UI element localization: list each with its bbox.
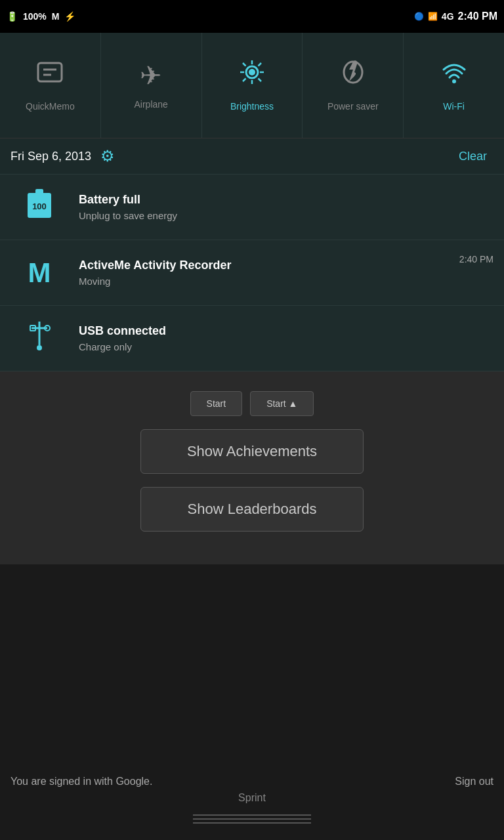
sign-out-button[interactable]: Sign out [455, 776, 494, 788]
usb-status-icon: ⚡ [64, 11, 75, 22]
mini-buttons-row: Start Start ▲ [190, 391, 314, 416]
usb-notif-content: USB connected Charge only [79, 324, 504, 352]
quick-tile-brightness[interactable]: Brightness [202, 33, 303, 138]
airplane-label: Airplane [135, 98, 168, 110]
brightness-icon [238, 58, 266, 93]
usb-notif-title: USB connected [79, 324, 504, 338]
battery-percentage-icon: 🔋 [7, 11, 18, 22]
quickmemo-label: QuickMemo [26, 100, 75, 112]
status-left: 🔋 100% M ⚡ [7, 11, 75, 22]
quick-tile-airplane[interactable]: ✈ Airplane [101, 33, 202, 138]
date-text: Fri Sep 6, 2013 [10, 150, 91, 163]
powersaver-label: Power saver [327, 100, 379, 112]
notification-battery: 100 Battery full Unplug to save energy [0, 175, 504, 240]
activeme-notif-icon-wrap: M [0, 257, 79, 289]
signal-bars-icon: 📶 [428, 12, 438, 21]
airplane-icon: ✈ [140, 60, 162, 91]
wifi-label: Wi-Fi [443, 100, 465, 112]
quickmemo-icon [35, 58, 64, 93]
battery-notif-subtitle: Unplug to save energy [79, 210, 504, 221]
start-arrow-button[interactable]: Start ▲ [250, 391, 314, 416]
activeme-notif-time: 2:40 PM [459, 251, 494, 264]
quick-tile-wifi[interactable]: Wi-Fi [404, 33, 504, 138]
footer: You are signed in with Google. Sign out [0, 776, 504, 788]
svg-rect-16 [35, 189, 43, 194]
carrier-name: Sprint [0, 792, 504, 804]
usb-icon [25, 319, 54, 358]
activeme-notif-subtitle: Moving [79, 276, 459, 287]
svg-line-11 [258, 63, 261, 66]
quick-settings-panel: QuickMemo ✈ Airplane Brightness [0, 33, 504, 138]
battery-notif-content: Battery full Unplug to save energy [79, 193, 504, 221]
battery-notif-icon-wrap: 100 [0, 188, 79, 226]
clear-button[interactable]: Clear [452, 147, 494, 166]
battery-notif-title: Battery full [79, 193, 504, 207]
content-area: Start Start ▲ Show Achievements Show Lea… [0, 371, 504, 564]
svg-point-4 [249, 69, 255, 75]
powersaver-icon [339, 58, 368, 93]
wifi-icon [440, 58, 469, 93]
svg-text:100: 100 [32, 201, 47, 211]
svg-line-12 [243, 79, 246, 82]
quick-tile-quickmemo[interactable]: QuickMemo [0, 33, 101, 138]
bluetooth-icon: 🔵 [414, 12, 424, 21]
signed-in-text: You are signed in with Google. [10, 776, 152, 788]
brightness-label: Brightness [230, 100, 274, 112]
usb-notif-subtitle: Charge only [79, 341, 504, 352]
notification-activeme: M ActiveMe Activity Recorder Moving 2:40… [0, 240, 504, 306]
activeme-icon: M [28, 257, 51, 289]
carrier-badge: M [52, 11, 60, 22]
activeme-notif-content: ActiveMe Activity Recorder Moving [79, 259, 459, 287]
battery-level-text: 100% [23, 11, 47, 22]
status-time: 2:40 PM [458, 10, 497, 22]
start-button[interactable]: Start [190, 391, 243, 416]
battery-full-icon: 100 [25, 188, 54, 226]
notification-usb: USB connected Charge only [0, 306, 504, 371]
activeme-notif-title: ActiveMe Activity Recorder [79, 259, 459, 272]
show-leaderboards-button[interactable]: Show Leaderboards [140, 487, 364, 532]
svg-rect-0 [38, 63, 62, 81]
bottom-handle [0, 814, 504, 827]
svg-point-14 [452, 79, 456, 83]
svg-line-9 [243, 63, 246, 66]
network-type-text: 4G [442, 11, 454, 22]
usb-notif-icon-wrap [0, 319, 79, 358]
show-achievements-button[interactable]: Show Achievements [140, 429, 364, 474]
handle-bar [193, 814, 311, 827]
status-bar: 🔋 100% M ⚡ 🔵 📶 4G 2:40 PM [0, 0, 504, 33]
date-bar: Fri Sep 6, 2013 ⚙ Clear [0, 138, 504, 175]
settings-gear-icon[interactable]: ⚙ [100, 147, 115, 165]
status-right: 🔵 📶 4G 2:40 PM [414, 10, 497, 22]
quick-tile-powersaver[interactable]: Power saver [303, 33, 404, 138]
svg-line-10 [258, 79, 261, 82]
svg-point-22 [37, 345, 42, 350]
